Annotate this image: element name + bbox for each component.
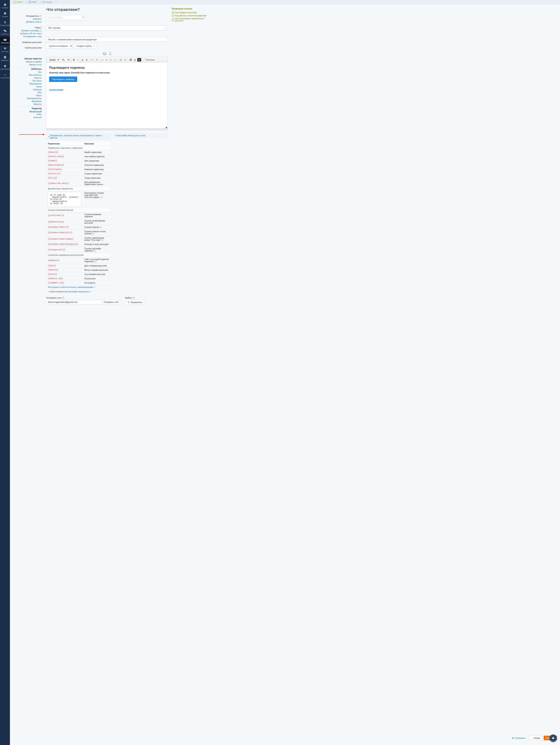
back-button[interactable]: ← Назад (529, 736, 542, 740)
nav-segments[interactable]: Сегменты (0, 28, 10, 37)
save-link[interactable]: 🖫Сохранить (510, 736, 527, 740)
nav-campaigns[interactable]: Рассылки (0, 37, 10, 45)
tpl-news[interactable]: Новости (10, 76, 42, 79)
mobile-view-icon[interactable] (109, 52, 111, 56)
color-icon[interactable]: A (133, 58, 137, 62)
generate-subject-link[interactable]: Сгенерировать тему (10, 35, 42, 38)
tpl-all[interactable]: Все (10, 71, 42, 73)
align-right-icon[interactable]: ≡ (109, 58, 113, 62)
import-rss-link[interactable]: Импорт из rss (10, 63, 42, 66)
campaign-name-input[interactable] (46, 37, 168, 42)
editor-block[interactable]: Блочный (10, 116, 42, 119)
add-reply-to-link[interactable]: Добавить reply to (10, 21, 42, 23)
help-icon[interactable]: ? (101, 196, 103, 198)
tpl-event[interactable]: Мероприятие (10, 82, 42, 85)
import-file-link[interactable]: Импорт из файла (10, 60, 42, 63)
nav-stats[interactable]: Статистика (0, 72, 10, 80)
subject-input[interactable] (46, 26, 168, 30)
link-icon[interactable]: 🔗 (119, 58, 123, 62)
step-when[interactable]: 3Когда? (41, 1, 56, 3)
redo-icon[interactable]: ↷ (95, 58, 99, 62)
font-select[interactable]: Шрифт (48, 58, 60, 62)
editor-canvas[interactable]: Подтвердите подписку {{name}}, ваш адрес… (46, 62, 168, 128)
chat-fab[interactable]: 💬 (550, 735, 557, 742)
unlink-icon[interactable]: ✕ (123, 58, 127, 62)
page-title: Что отправляем? (46, 7, 168, 12)
svg-rect-7 (5, 48, 5, 49)
help-icon[interactable]: ? (101, 239, 103, 241)
unsubscribe-link[interactable]: ссылка отписки (49, 89, 63, 91)
desktop-view-icon[interactable] (103, 52, 106, 56)
home-icon (3, 3, 7, 6)
link-labels-accordion[interactable]: Настройки меток для ссылок (113, 133, 168, 138)
undo-icon[interactable]: ↶ (91, 58, 94, 62)
svg-point-4 (5, 31, 6, 32)
nav-templates[interactable]: Шаблоны (0, 54, 10, 63)
tpl-product[interactable]: Товарные (10, 88, 42, 91)
size-select[interactable]: Ра... (60, 58, 70, 62)
step-what[interactable]: 2Что? (27, 1, 40, 3)
article-link-2[interactable]: Как работать в блочном редакторе (172, 14, 213, 17)
tpl-welcome[interactable]: Welcome (10, 103, 42, 106)
reco-doc-link[interactable]: Инструкция по вёрстке письма с рекоменда… (48, 286, 95, 288)
tpl-coupon[interactable]: Купон (10, 85, 42, 88)
image-icon[interactable]: 🖼 (129, 58, 133, 62)
nav-triggers[interactable]: Триггеры (0, 45, 10, 54)
help-icon[interactable]: ? (39, 30, 42, 32)
align-left-icon[interactable]: ≡ (100, 58, 104, 62)
article-link-3[interactable]: Как использовать переменные в рассылке (172, 18, 213, 22)
confirm-button[interactable]: Подтвердить подписку (49, 76, 77, 82)
tpl-my[interactable]: Мои шаблоны (10, 73, 42, 76)
tpl-text[interactable]: Текстовые (10, 79, 42, 82)
edit-sender-link[interactable]: Изменить (10, 18, 42, 21)
emoji-picker-icon[interactable]: ☺ (164, 27, 166, 29)
resize-handle-icon[interactable]: ◢ (165, 126, 168, 128)
variables-accordion[interactable]: Переменные, которые можно использовать в… (46, 133, 111, 140)
nav-home[interactable]: Главная (0, 2, 10, 10)
editor-text: {{name}}, ваш адрес {{email}} был подпис… (49, 71, 165, 74)
help-icon[interactable]: ? (39, 15, 42, 17)
help-icon[interactable]: ? (62, 297, 64, 299)
editor-html[interactable]: HTML (10, 113, 42, 116)
lists-icon (3, 12, 7, 15)
code-example: {% if name %} Здравствуйте, {{name}}! {%… (48, 192, 81, 207)
test-email-input[interactable] (46, 300, 102, 304)
underline-icon[interactable]: U (80, 58, 84, 62)
table-row: {{lastname}}Фамилия подписчика (46, 167, 111, 172)
tpl-trans[interactable]: Транзакционные (10, 97, 42, 100)
nav-lists[interactable]: Списки (0, 10, 10, 19)
help-icon[interactable]: ? (92, 233, 94, 235)
group-select[interactable]: Группа не выбрана (46, 43, 73, 48)
strike-icon[interactable]: S (85, 58, 89, 62)
tpl-rss[interactable]: RSS (10, 91, 42, 94)
add-preheader-link[interactable]: Добавить прехедер ? (10, 29, 42, 32)
bold-icon[interactable]: B (72, 58, 76, 62)
help-icon[interactable]: ? (93, 250, 96, 252)
align-justify-icon[interactable]: ≡ (113, 58, 117, 62)
add-ab-link[interactable]: Добавить Аб-тест темы (10, 32, 42, 35)
italic-icon[interactable]: I (76, 58, 80, 62)
nav-subscribers[interactable]: Подписчики (0, 19, 10, 28)
help-icon[interactable]: ? (132, 297, 135, 299)
tpl-poll[interactable]: Опрос (10, 94, 42, 97)
templates-heading: Шаблоны (10, 68, 42, 70)
source-button[interactable]: 📄 Источник (147, 58, 151, 62)
table-row: {{webversion}}Ссылка на веб-версию рассы… (46, 219, 111, 225)
send-test-button[interactable]: Отправить тест (102, 300, 121, 304)
help-icon[interactable]: ? (99, 226, 102, 228)
help-icon[interactable]: ? (94, 260, 97, 263)
attach-file-button[interactable]: 📎Прикрепить (125, 300, 144, 304)
tpl-shops[interactable]: Магазинам (10, 100, 42, 103)
var-settings-link[interactable]: Настройки переменных (68, 291, 92, 293)
bgcolor-icon[interactable]: A (137, 58, 141, 62)
segments-icon (3, 29, 7, 33)
editor-scrollbar[interactable] (46, 128, 168, 130)
sender-select[interactable] (46, 15, 85, 20)
config-sidebar: Отправитель? Изменить Добавить reply to … (10, 7, 44, 732)
step-who[interactable]: Кому? (12, 1, 26, 3)
align-center-icon[interactable]: ≡ (105, 58, 108, 62)
article-link-1[interactable]: Как отправить рассылку (172, 11, 213, 14)
create-group-button[interactable]: Создать группу (74, 43, 97, 48)
editor-visual[interactable]: Визуальный (10, 110, 42, 113)
nav-shops[interactable]: Магазинам (0, 63, 10, 72)
